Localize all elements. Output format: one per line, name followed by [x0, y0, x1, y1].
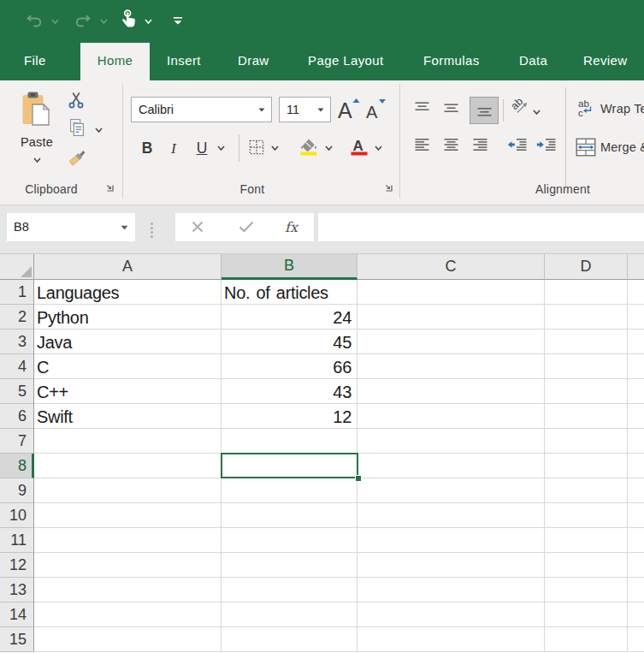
column-header-b[interactable]: B — [222, 254, 357, 280]
clipboard-dialog-launcher[interactable] — [105, 183, 115, 193]
cell-c11[interactable] — [357, 528, 545, 553]
cell-a9[interactable] — [34, 478, 222, 503]
row-header-7[interactable]: 7 — [0, 429, 34, 454]
touch-mouse-dropdown-icon[interactable] — [145, 19, 152, 24]
row-header-6[interactable]: 6 — [0, 404, 34, 429]
orientation-dropdown-icon[interactable] — [533, 110, 541, 115]
formula-input[interactable] — [318, 213, 644, 241]
row-header-3[interactable]: 3 — [0, 329, 34, 354]
column-header-d[interactable]: D — [545, 254, 628, 280]
row-header-11[interactable]: 11 — [0, 528, 34, 553]
enter-icon[interactable] — [239, 221, 254, 233]
cell-d5[interactable] — [545, 379, 628, 404]
cell-e11[interactable] — [628, 528, 644, 553]
column-header-a[interactable]: A — [34, 254, 222, 280]
align-top-button[interactable] — [415, 101, 429, 115]
cell-c12[interactable] — [357, 553, 545, 578]
copy-dropdown-icon[interactable] — [95, 128, 103, 133]
orientation-button[interactable]: ab — [509, 95, 531, 117]
tab-review[interactable]: Review — [583, 41, 628, 80]
cell-b7[interactable] — [222, 429, 357, 454]
cell-b6[interactable]: 12 — [222, 404, 357, 429]
cell-e2[interactable] — [628, 305, 644, 329]
column-header-c[interactable]: C — [357, 254, 545, 280]
cell-e13[interactable] — [628, 578, 644, 603]
cell-d3[interactable] — [545, 329, 628, 354]
cell-d10[interactable] — [545, 503, 628, 528]
cell-d1[interactable] — [545, 280, 628, 305]
cut-button[interactable] — [68, 92, 85, 109]
tab-home[interactable]: Home — [80, 43, 150, 80]
touch-mouse-mode-icon[interactable] — [119, 9, 136, 31]
tab-file[interactable]: File — [24, 41, 46, 80]
merge-center-button[interactable]: Merge & Center — [576, 138, 644, 157]
cell-a6[interactable]: Swift — [34, 404, 222, 429]
cell-b9[interactable] — [222, 478, 357, 503]
cell-d9[interactable] — [545, 478, 628, 503]
cell-a7[interactable] — [34, 429, 222, 454]
cell-b1[interactable]: No. of articles — [222, 280, 357, 305]
row-header-10[interactable]: 10 — [0, 503, 34, 528]
grow-font-button[interactable]: A — [336, 96, 362, 122]
cell-e1[interactable] — [628, 280, 644, 305]
fill-color-button[interactable] — [299, 137, 318, 156]
name-box[interactable]: B8 — [7, 213, 135, 241]
cell-e15[interactable] — [628, 627, 644, 652]
undo-button[interactable] — [26, 12, 44, 29]
cell-e7[interactable] — [628, 429, 644, 454]
font-color-button[interactable]: A — [350, 137, 369, 156]
font-color-dropdown-icon[interactable] — [375, 145, 382, 151]
italic-button[interactable]: I — [163, 135, 184, 161]
copy-button[interactable] — [68, 118, 86, 137]
cancel-icon[interactable] — [191, 220, 204, 234]
cell-b4[interactable]: 66 — [222, 354, 357, 379]
cell-e3[interactable] — [628, 329, 644, 354]
tab-insert[interactable]: Insert — [167, 41, 201, 80]
redo-dropdown-icon[interactable] — [100, 19, 108, 24]
cell-c9[interactable] — [357, 478, 545, 503]
cell-b10[interactable] — [222, 503, 357, 528]
cell-e8[interactable] — [628, 454, 644, 478]
cell-b5[interactable]: 43 — [222, 379, 357, 404]
cell-b2[interactable]: 24 — [222, 305, 357, 329]
row-header-1[interactable]: 1 — [0, 280, 34, 305]
cell-c13[interactable] — [357, 578, 545, 603]
cell-b13[interactable] — [222, 578, 357, 603]
row-header-12[interactable]: 12 — [0, 553, 34, 578]
borders-dropdown-icon[interactable] — [271, 145, 279, 151]
underline-button[interactable]: U — [191, 135, 213, 161]
row-header-5[interactable]: 5 — [0, 379, 34, 404]
cell-a13[interactable] — [34, 578, 222, 603]
cell-c6[interactable] — [357, 404, 545, 429]
increase-indent-button[interactable] — [536, 138, 556, 151]
cell-e6[interactable] — [628, 404, 644, 429]
cell-b3[interactable]: 45 — [222, 329, 357, 354]
align-left-button[interactable] — [415, 138, 429, 151]
cell-a10[interactable] — [34, 503, 222, 528]
shrink-font-button[interactable]: A — [365, 96, 387, 122]
cell-a14[interactable] — [34, 603, 222, 627]
cell-d15[interactable] — [545, 627, 628, 652]
cell-a3[interactable]: Java — [34, 329, 222, 354]
insert-function-icon[interactable]: fx — [285, 217, 298, 238]
tab-formulas[interactable]: Formulas — [423, 41, 480, 80]
formula-bar-grip[interactable] — [151, 223, 154, 240]
undo-dropdown-icon[interactable] — [51, 19, 59, 24]
row-header-15[interactable]: 15 — [0, 627, 34, 652]
column-header-e[interactable] — [628, 254, 644, 280]
cell-a15[interactable] — [34, 627, 222, 652]
cell-c5[interactable] — [357, 379, 545, 404]
font-name-combobox[interactable]: Calibri — [131, 97, 272, 122]
fill-color-dropdown-icon[interactable] — [325, 145, 333, 151]
row-header-14[interactable]: 14 — [0, 603, 34, 627]
tab-data[interactable]: Data — [519, 41, 547, 80]
cell-c3[interactable] — [357, 329, 545, 354]
cell-a8[interactable] — [34, 454, 222, 478]
row-header-2[interactable]: 2 — [0, 305, 34, 329]
cell-a4[interactable]: C — [34, 354, 222, 379]
cell-b12[interactable] — [222, 553, 357, 578]
cell-d12[interactable] — [545, 553, 628, 578]
row-header-13[interactable]: 13 — [0, 578, 34, 603]
select-all-corner[interactable] — [0, 254, 34, 280]
decrease-indent-button[interactable] — [507, 138, 527, 151]
